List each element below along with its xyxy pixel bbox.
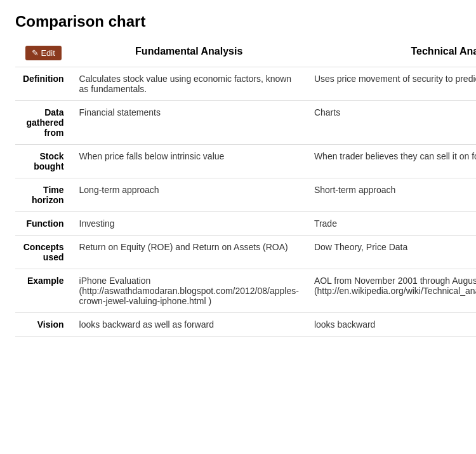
table-row: FunctionInvestingTrade	[15, 212, 476, 236]
row-col2: Uses price movement of security to predi…	[307, 67, 476, 101]
table-row: ExampleiPhone Evaluation (http://aswathd…	[15, 269, 476, 313]
edit-cell[interactable]: Edit	[15, 42, 72, 67]
edit-button[interactable]: Edit	[25, 46, 62, 60]
row-label: Stock bought	[15, 145, 72, 178]
row-label: Function	[15, 212, 72, 236]
table-row: Stock boughtWhen price falls below intri…	[15, 145, 476, 178]
row-col1: Financial statements	[72, 101, 307, 145]
row-col2: Dow Theory, Price Data	[307, 236, 476, 269]
row-label: Concepts used	[15, 236, 72, 269]
row-label: Data gathered from	[15, 101, 72, 145]
row-col1: looks backward as well as forward	[72, 313, 307, 337]
row-col1: When price falls below intrinsic value	[72, 145, 307, 178]
row-label: Time horizon	[15, 178, 72, 212]
row-col1: iPhone Evaluation (http://aswathdamodara…	[72, 269, 307, 313]
table-row: Data gathered fromFinancial statementsCh…	[15, 101, 476, 145]
row-label: Vision	[15, 313, 72, 337]
row-col1: Investing	[72, 212, 307, 236]
row-label: Example	[15, 269, 72, 313]
row-col1: Return on Equity (ROE) and Return on Ass…	[72, 236, 307, 269]
col1-header: Fundamental Analysis	[72, 42, 307, 67]
row-label: Definition	[15, 67, 72, 101]
row-col2: Trade	[307, 212, 476, 236]
page-title: Comparison chart	[15, 13, 461, 30]
col2-header: Technical Analysis	[307, 42, 476, 67]
row-col1: Long-term approach	[72, 178, 307, 212]
row-col2: AOL from November 2001 through August 20…	[307, 269, 476, 313]
table-row: Concepts usedReturn on Equity (ROE) and …	[15, 236, 476, 269]
table-row: Time horizonLong-term approachShort-term…	[15, 178, 476, 212]
row-col2: Short-term approach	[307, 178, 476, 212]
row-col2: When trader believes they can sell it on…	[307, 145, 476, 178]
comparison-table: Edit Fundamental Analysis Technical Anal…	[15, 42, 476, 337]
row-col2: looks backward	[307, 313, 476, 337]
row-col2: Charts	[307, 101, 476, 145]
table-row: Visionlooks backward as well as forwardl…	[15, 313, 476, 337]
table-row: DefinitionCalculates stock value using e…	[15, 67, 476, 101]
row-col1: Calculates stock value using economic fa…	[72, 67, 307, 101]
